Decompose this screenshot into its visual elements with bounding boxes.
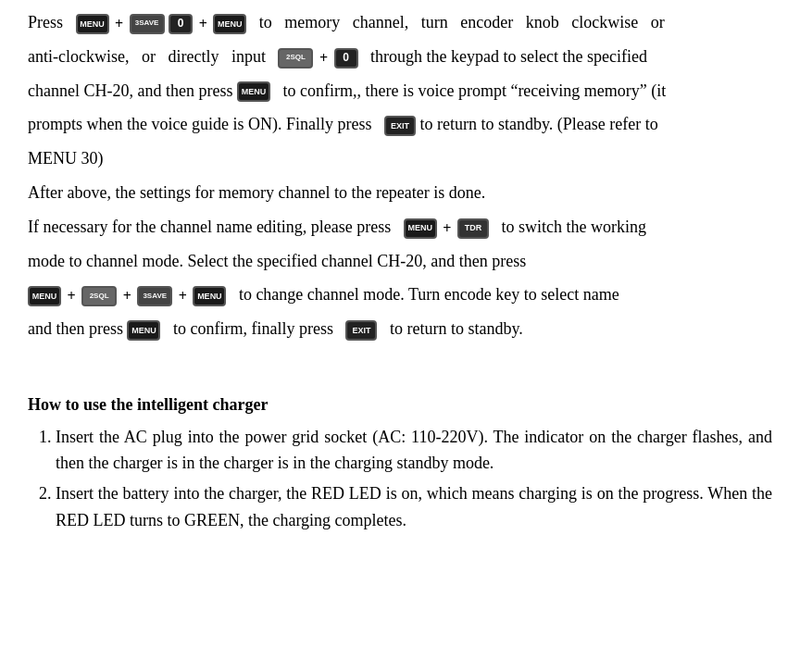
section-title: How to use the intelligent charger: [28, 392, 772, 418]
turn-label: turn: [421, 13, 448, 31]
charger-step-1: Insert the AC plug into the power grid s…: [56, 424, 772, 478]
memory-label: memory: [284, 13, 340, 31]
through-label: through the keypad to select the specifi…: [370, 47, 647, 66]
to-return-label: to return to standby.: [390, 319, 523, 338]
encoder-label: encoder: [460, 13, 513, 31]
menu-btn-7: MENU: [127, 320, 160, 341]
plus-5: +: [68, 284, 76, 308]
paragraph-7: If necessary for the channel name editin…: [28, 214, 772, 241]
charger-step-2: Insert the battery into the charger, the…: [56, 480, 772, 534]
to-change-label: to change channel mode. Turn encode key …: [239, 285, 619, 304]
save-btn-2: 3SAVE: [137, 286, 172, 306]
channel-label: channel,: [353, 13, 408, 31]
confirm-label: to confirm,, there is voice prompt “rece…: [282, 81, 666, 100]
menu-btn-4: MENU: [404, 218, 437, 239]
sql-btn-2: 2SQL: [81, 286, 117, 306]
charger-instructions: Insert the AC plug into the power grid s…: [56, 424, 772, 534]
paragraph-1: Press MENU + 3SAVE 0 + MENU to memory ch…: [28, 9, 772, 36]
after-above-label: After above, the settings for memory cha…: [28, 183, 485, 202]
anti-label: anti-clockwise,: [28, 47, 129, 66]
plus-7: +: [179, 284, 187, 308]
menu-btn-2: MENU: [213, 14, 246, 34]
paragraph-2: anti-clockwise, or directly input 2SQL +…: [28, 44, 772, 70]
zero-btn-1: 0: [169, 14, 193, 34]
channel-ch20-label: channel CH-20, and then press: [28, 81, 232, 100]
save-btn-1: 3SAVE: [130, 14, 165, 34]
zero-btn-2: 0: [334, 48, 358, 68]
paragraph-3: channel CH-20, and then press MENU to co…: [28, 78, 772, 105]
exit-btn-2: EXIT: [345, 320, 377, 341]
to-confirm-label: to confirm, finally press: [173, 319, 333, 338]
knob-label: knob: [526, 13, 559, 31]
plus-3: +: [319, 46, 328, 70]
paragraph-8: mode to channel mode. Select the specifi…: [28, 248, 772, 275]
directly-label: directly: [168, 47, 219, 66]
tdr-btn-1: TDR: [457, 218, 489, 239]
menu-btn-6: MENU: [193, 286, 226, 306]
page-content: Press MENU + 3SAVE 0 + MENU to memory ch…: [28, 9, 772, 534]
plus-1: +: [115, 12, 123, 36]
to-label: to: [259, 13, 272, 31]
exit-btn-1: EXIT: [384, 116, 416, 136]
paragraph-9: MENU + 2SQL + 3SAVE + MENU to change cha…: [28, 281, 772, 308]
plus-6: +: [123, 284, 131, 308]
and-then-label: and then press: [28, 319, 123, 338]
plus-4: +: [443, 217, 451, 241]
paragraph-10: and then press MENU to confirm, finally …: [28, 316, 772, 342]
menu-btn-3: MENU: [237, 81, 270, 102]
if-necessary-label: If necessary for the channel name editin…: [28, 218, 391, 236]
clockwise-label: clockwise: [571, 13, 638, 31]
or-label: or: [651, 13, 665, 31]
input-label: input: [231, 47, 266, 66]
paragraph-5: MENU 30): [28, 145, 772, 172]
plus-2: +: [199, 12, 207, 36]
return-label: to return to standby. (Please refer to: [419, 115, 657, 133]
menu-btn-1: MENU: [76, 14, 109, 34]
press-label: Press: [28, 13, 63, 31]
paragraph-4: prompts when the voice guide is ON). Fin…: [28, 111, 772, 138]
to-switch-label: to switch the working: [501, 218, 645, 236]
mode-to-channel-label: mode to channel mode. Select the specifi…: [28, 252, 526, 270]
menu-btn-5: MENU: [28, 286, 61, 306]
or2-label: or: [142, 47, 156, 66]
paragraph-6: After above, the settings for memory cha…: [28, 180, 772, 206]
prompts-label: prompts when the voice guide is ON). Fin…: [28, 115, 371, 133]
menu30-label: MENU 30): [28, 149, 104, 168]
sql-btn-1: 2SQL: [278, 48, 313, 68]
